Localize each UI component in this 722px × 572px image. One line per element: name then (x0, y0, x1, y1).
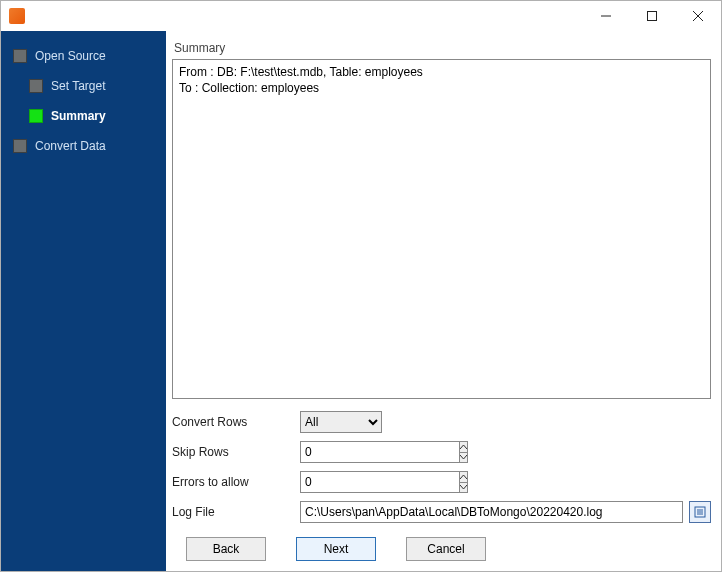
spin-down-icon[interactable] (459, 452, 468, 464)
row-convert-rows: Convert Rows All (172, 411, 711, 433)
step-box-icon (29, 79, 43, 93)
spin-up-icon[interactable] (459, 471, 468, 482)
browse-icon (693, 505, 707, 519)
summary-textarea[interactable]: From : DB: F:\test\test.mdb, Table: empl… (172, 59, 711, 399)
svg-rect-1 (648, 12, 657, 21)
sidebar-item-summary[interactable]: Summary (1, 101, 166, 131)
input-log-file[interactable] (300, 501, 683, 523)
label-skip-rows: Skip Rows (172, 445, 300, 459)
browse-log-button[interactable] (689, 501, 711, 523)
wizard-sidebar: Open Source Set Target Summary Convert D… (1, 31, 166, 571)
row-skip-rows: Skip Rows (172, 441, 711, 463)
row-errors-allow: Errors to allow (172, 471, 711, 493)
main-panel: Summary From : DB: F:\test\test.mdb, Tab… (166, 31, 721, 571)
spin-up-icon[interactable] (459, 441, 468, 452)
step-box-icon (13, 139, 27, 153)
summary-line: To : Collection: employees (179, 80, 704, 96)
row-log-file: Log File (172, 501, 711, 523)
button-bar: Back Next Cancel (172, 531, 711, 565)
spinner-skip-rows (300, 441, 382, 463)
titlebar (1, 1, 721, 31)
sidebar-item-convert-data[interactable]: Convert Data (1, 131, 166, 161)
step-box-icon (13, 49, 27, 63)
label-log-file: Log File (172, 505, 300, 519)
sidebar-item-label: Open Source (35, 49, 106, 63)
options-panel: Convert Rows All Skip Rows (172, 411, 711, 531)
select-convert-rows[interactable]: All (300, 411, 382, 433)
input-skip-rows[interactable] (300, 441, 459, 463)
close-button[interactable] (675, 1, 721, 31)
sidebar-item-label: Convert Data (35, 139, 106, 153)
spinner-errors-allow (300, 471, 382, 493)
input-errors-allow[interactable] (300, 471, 459, 493)
label-convert-rows: Convert Rows (172, 415, 300, 429)
sidebar-item-set-target[interactable]: Set Target (1, 71, 166, 101)
maximize-button[interactable] (629, 1, 675, 31)
app-icon (9, 8, 25, 24)
app-window: Open Source Set Target Summary Convert D… (0, 0, 722, 572)
sidebar-item-label: Summary (51, 109, 106, 123)
step-box-icon (29, 109, 43, 123)
spin-down-icon[interactable] (459, 482, 468, 494)
sidebar-item-open-source[interactable]: Open Source (1, 41, 166, 71)
summary-line: From : DB: F:\test\test.mdb, Table: empl… (179, 64, 704, 80)
back-button[interactable]: Back (186, 537, 266, 561)
cancel-button[interactable]: Cancel (406, 537, 486, 561)
next-button[interactable]: Next (296, 537, 376, 561)
minimize-button[interactable] (583, 1, 629, 31)
sidebar-item-label: Set Target (51, 79, 105, 93)
label-errors-allow: Errors to allow (172, 475, 300, 489)
summary-label: Summary (172, 39, 711, 59)
